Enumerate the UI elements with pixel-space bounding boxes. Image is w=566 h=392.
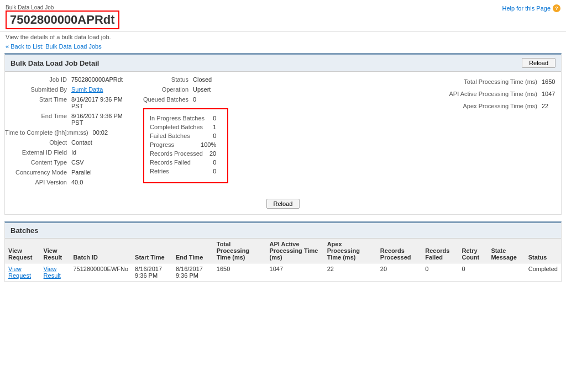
concurrency-mode-row: Concurrency Mode Parallel: [5, 169, 132, 176]
job-id-label: Job ID: [5, 76, 71, 83]
records-processed-label: Records Processed: [150, 150, 209, 157]
col-api-active-processing-time: API Active Processing Time (ms): [266, 239, 324, 263]
submitted-by-row: Submitted By Sumit Datta: [5, 86, 132, 93]
page-title-label: Bulk Data Load Job: [6, 4, 119, 10]
job-id-row: Job ID 7502800000APRdt: [5, 76, 132, 83]
detail-section-title: Bulk Data Load Job Detail: [11, 59, 99, 67]
api-active-processing-time-label: API Active Processing Time (ms): [449, 91, 537, 97]
col-batch-id: Batch ID: [70, 239, 132, 263]
batches-table-container: View Request View Result Batch ID Start …: [5, 239, 561, 282]
in-progress-batches-value: 0: [213, 115, 216, 121]
cell-start-time: 8/16/2017 9:36 PM: [132, 263, 172, 282]
total-processing-time-value: 1650: [542, 78, 561, 85]
end-time-label: End Time: [5, 113, 71, 126]
object-row: Object Contact: [5, 139, 132, 146]
concurrency-mode-label: Concurrency Mode: [5, 169, 71, 176]
help-link[interactable]: Help for this Page ?: [502, 4, 560, 12]
col-status: Status: [525, 239, 561, 263]
retries-row: Retries 0: [150, 168, 216, 174]
col-records-failed: Records Failed: [422, 239, 458, 263]
content-type-label: Content Type: [5, 159, 71, 166]
records-failed-label: Records Failed: [150, 159, 197, 166]
col-retry-count: Retry Count: [459, 239, 488, 263]
back-to-list-link[interactable]: Back to List: Bulk Data Load Jobs: [0, 42, 566, 53]
batches-header-row: View Request View Result Batch ID Start …: [5, 239, 561, 263]
external-id-row: External ID Field Id: [5, 149, 132, 156]
col-view-result: View Result: [40, 239, 70, 263]
view-result-link[interactable]: View Result: [44, 266, 61, 279]
completed-batches-label: Completed Batches: [150, 124, 209, 130]
cell-status: Completed: [525, 263, 561, 282]
cell-view-result: View Result: [40, 263, 70, 282]
cell-view-request: View Request: [5, 263, 40, 282]
reload-row-bottom: Reload: [5, 193, 561, 214]
detail-grid: Job ID 7502800000APRdt Submitted By Sumi…: [5, 72, 561, 193]
start-time-value: 8/16/2017 9:36 PM PST: [71, 96, 132, 109]
retries-value: 0: [213, 168, 216, 174]
time-to-complete-value: 00:02: [93, 129, 108, 136]
queued-batches-row: Queued Batches 0: [132, 96, 212, 103]
job-id-value: 7502800000APRdt: [71, 76, 123, 83]
progress-value: 100%: [201, 141, 216, 148]
operation-row: Operation Upsert: [132, 86, 212, 93]
total-processing-time-row: Total Processing Time (ms) 1650: [445, 78, 561, 85]
content-type-row: Content Type CSV: [5, 159, 132, 166]
failed-batches-row: Failed Batches 0: [150, 133, 216, 139]
reload-button-top[interactable]: Reload: [522, 58, 555, 68]
view-request-link[interactable]: View Request: [8, 266, 31, 279]
submitted-by-link[interactable]: Sumit Datta: [71, 86, 103, 93]
api-version-value: 40.0: [71, 179, 83, 186]
in-progress-batches-label: In Progress Batches: [150, 115, 211, 121]
retries-label: Retries: [150, 168, 176, 174]
start-time-row: Start Time 8/16/2017 9:36 PM PST: [5, 96, 132, 109]
status-label: Status: [132, 76, 193, 83]
status-row: Status Closed: [132, 76, 212, 83]
completed-batches-value: 1: [213, 124, 216, 130]
detail-section: Bulk Data Load Job Detail Reload Job ID …: [4, 53, 562, 215]
table-row: View Request View Result 7512800000EWFNo…: [5, 263, 561, 282]
end-time-value: 8/16/2017 9:36 PM PST: [71, 113, 132, 126]
time-to-complete-row: Time to Complete ([hh]:mm:ss) 00:02: [5, 129, 132, 136]
start-time-label: Start Time: [5, 96, 71, 109]
api-active-processing-time-row: API Active Processing Time (ms) 1047: [445, 91, 561, 97]
page-title-block: Bulk Data Load Job 7502800000APRdt: [6, 4, 119, 29]
queued-batches-value: 0: [193, 96, 196, 103]
cell-retry-count: 0: [459, 263, 488, 282]
col-start-time: Start Time: [132, 239, 172, 263]
operation-value: Upsert: [193, 86, 211, 93]
cell-apex-processing-time: 22: [324, 263, 377, 282]
operation-label: Operation: [132, 86, 193, 93]
reload-button-bottom[interactable]: Reload: [266, 199, 300, 209]
detail-section-header: Bulk Data Load Job Detail Reload: [5, 55, 561, 72]
failed-batches-value: 0: [213, 133, 216, 139]
apex-processing-time-label: Apex Processing Time (ms): [463, 103, 537, 109]
concurrency-mode-value: Parallel: [71, 169, 92, 176]
stats-box: In Progress Batches 0 Completed Batches …: [143, 108, 228, 183]
total-processing-time-label: Total Processing Time (ms): [464, 78, 537, 85]
top-bar: Bulk Data Load Job 7502800000APRdt Help …: [0, 0, 566, 32]
status-operation-block: Status Closed Operation Upsert Queued Ba…: [132, 76, 212, 106]
api-active-processing-time-value: 1047: [542, 91, 561, 97]
detail-right-col: Total Processing Time (ms) 1650 API Acti…: [445, 76, 561, 189]
progress-label: Progress: [150, 141, 181, 148]
failed-batches-label: Failed Batches: [150, 133, 197, 139]
col-state-message: State Message: [488, 239, 525, 263]
api-version-label: API Version: [5, 179, 71, 186]
col-total-processing-time: Total Processing Time (ms): [213, 239, 266, 263]
help-link-text: Help for this Page: [502, 5, 551, 12]
cell-total-processing-time: 1650: [213, 263, 266, 282]
cell-state-message: [488, 263, 525, 282]
cell-api-active-processing-time: 1047: [266, 263, 324, 282]
cell-records-failed: 0: [422, 263, 458, 282]
records-processed-row: Records Processed 20: [150, 150, 216, 157]
object-value: Contact: [71, 139, 92, 146]
external-id-value: Id: [71, 149, 76, 156]
batches-section: Batches View Request View Result Batch I…: [4, 221, 562, 282]
status-value: Closed: [193, 76, 212, 83]
api-version-row: API Version 40.0: [5, 179, 132, 186]
progress-row: Progress 100%: [150, 141, 216, 148]
batches-table: View Request View Result Batch ID Start …: [5, 239, 561, 282]
external-id-label: External ID Field: [5, 149, 71, 156]
end-time-row: End Time 8/16/2017 9:36 PM PST: [5, 113, 132, 126]
cell-records-processed: 20: [377, 263, 422, 282]
